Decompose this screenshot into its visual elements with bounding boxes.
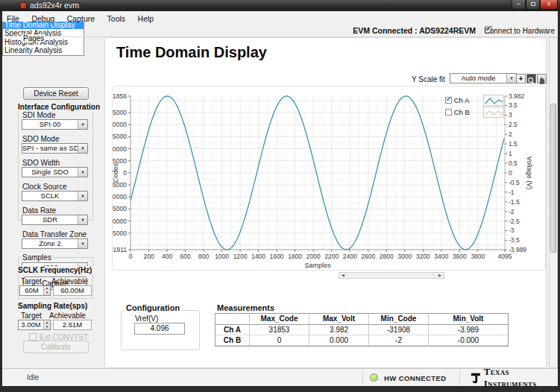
svg-text:4095: 4095	[498, 253, 512, 260]
svg-text:Voltage (V): Voltage (V)	[526, 157, 533, 190]
evm-connected-status: EVM Connected : ADS9224REVM	[353, 26, 476, 35]
chevron-down-icon: ▼	[78, 144, 87, 153]
svg-text:3200: 3200	[416, 253, 430, 260]
svg-text:10000: 10000	[113, 145, 127, 153]
scroll-right-icon[interactable]: ▶	[436, 273, 444, 278]
ch-a-max-code: 31853	[250, 325, 309, 335]
titlebar[interactable]: ads92x4r evm – ×	[0, 0, 560, 11]
connect-hardware-label: Connect to Hardware	[485, 27, 556, 35]
sdo-width-dropdown[interactable]: Single SDO▼	[22, 167, 88, 177]
sdo-mode-dropdown[interactable]: SPI - same as SDI▼	[22, 143, 88, 154]
svg-text:2200: 2200	[324, 253, 339, 260]
col-header-blank	[215, 314, 250, 325]
ch-b-line-swatch	[483, 107, 504, 118]
clock-source-dropdown[interactable]: SCLK▼	[22, 191, 88, 201]
svg-text:-0.5: -0.5	[509, 179, 520, 186]
page-title: Time Domain Display	[116, 44, 267, 61]
clock-source-label: Clock Source	[22, 183, 66, 191]
measurements-title: Measurements	[215, 303, 276, 312]
sampling-rate-title: Sampling Rate(sps)	[16, 302, 89, 310]
svg-text:-31911: -31911	[113, 246, 127, 253]
crosshair-icon: +	[519, 75, 523, 83]
y-scale-fit-dropdown[interactable]: Auto mode▼	[450, 73, 517, 83]
sampling-target-spinner[interactable]: 3.00M ▲▼	[18, 320, 51, 330]
sdi-mode-dropdown[interactable]: SPI 00▼	[22, 119, 88, 130]
app-icon	[20, 2, 27, 9]
data-rate-dropdown[interactable]: SDR▼	[22, 215, 88, 225]
legend-ch-a: ✓ Ch A	[445, 96, 469, 107]
svg-text:1200: 1200	[233, 253, 248, 260]
spin-down-icon[interactable]: ▼	[44, 291, 50, 295]
device-reset-button[interactable]: Device Reset	[23, 87, 89, 100]
time-domain-chart[interactable]: 318562500020000150001000050000-5000-1000…	[112, 86, 546, 271]
svg-text:15000: 15000	[113, 133, 127, 140]
svg-text:-25000: -25000	[113, 230, 127, 237]
svg-text:2: 2	[509, 130, 512, 138]
ch-b-checkbox[interactable]	[445, 109, 452, 116]
calibrate-button[interactable]: Calibrate	[23, 341, 89, 353]
svg-text:-20000: -20000	[113, 218, 127, 225]
status-text: Idle	[27, 373, 39, 382]
svg-text:0: 0	[509, 169, 512, 177]
info-strip: EVM Connected : ADS9224REVM ✓ Connect to…	[2, 22, 558, 37]
sclk-target-label: Target	[21, 277, 42, 285]
ch-a-checkbox[interactable]: ✓	[445, 97, 452, 104]
svg-text:-3: -3	[509, 227, 515, 234]
svg-text:Codes: Codes	[113, 162, 119, 183]
data-transfer-zone-dropdown[interactable]: Zone 2▼	[22, 238, 88, 249]
svg-text:-1: -1	[509, 189, 515, 196]
data-rate-label: Data Rate	[22, 206, 56, 215]
hw-connected-label: HW CONNECTED	[384, 374, 446, 382]
data-transfer-zone-label: Data Transfer Zone	[22, 230, 86, 238]
col-header-min-code: Min_Code	[369, 314, 429, 325]
ext-convtst-checkbox[interactable]	[29, 333, 37, 341]
svg-text:1800: 1800	[288, 253, 302, 260]
ch-a-min-code: -31908	[369, 325, 429, 335]
svg-text:2000: 2000	[306, 253, 321, 260]
maximize-button[interactable]	[526, 0, 540, 10]
col-header-max-volt: Max_Volt	[309, 314, 369, 325]
sclk-target-spinner[interactable]: 60M ▲▼	[19, 285, 51, 296]
window-body: File Debug Capture Tools Help EVM Connec…	[2, 11, 558, 386]
sdo-width-label: SDO Width	[22, 159, 60, 167]
row-ch-b-label: Ch B	[215, 335, 250, 346]
scrollbar-thumb[interactable]	[550, 104, 556, 253]
zoom-tool-button[interactable]	[526, 74, 536, 83]
minimize-button[interactable]: –	[512, 0, 526, 10]
pan-tool-button[interactable]	[537, 74, 547, 83]
main-v-scrollbar[interactable]	[549, 37, 558, 368]
col-header-min-volt: Min_Volt	[429, 314, 508, 325]
svg-text:-1.5: -1.5	[509, 198, 520, 206]
svg-text:3400: 3400	[434, 253, 448, 260]
svg-text:3: 3	[509, 111, 512, 118]
pages-group-label: Pages	[22, 34, 45, 42]
svg-text:1.5: 1.5	[509, 140, 517, 148]
spin-down-icon[interactable]: ▼	[44, 325, 50, 329]
legend-ch-b: Ch B	[445, 108, 470, 118]
svg-text:400: 400	[162, 253, 172, 260]
chart-h-scrollbar[interactable]: ◀ ▶	[339, 272, 444, 279]
sidebar-item-linearity-analysis[interactable]: Linearity Analysis	[3, 46, 84, 55]
interface-config-title: Interface Configuration	[16, 103, 101, 111]
close-button[interactable]: ×	[540, 0, 558, 10]
svg-text:2600: 2600	[361, 253, 375, 260]
main-panel: Time Domain Display Y Scale fit Auto mod…	[104, 37, 547, 368]
ch-b-max-volt: 0.000	[309, 335, 369, 346]
svg-text:3800: 3800	[471, 253, 485, 260]
vref-input[interactable]: 4.096	[134, 323, 185, 335]
scroll-left-icon[interactable]: ◀	[339, 273, 347, 278]
ti-bug-icon	[471, 372, 481, 385]
chevron-down-icon: ▼	[78, 192, 87, 200]
samples-label: Samples	[21, 253, 53, 262]
app-window: ads92x4r evm – × File Debug Capture Tool…	[0, 0, 560, 392]
ch-b-max-code: 0	[250, 335, 309, 346]
sampling-achievable-value: 2.61M	[53, 320, 92, 330]
cursor-tool-button[interactable]: +	[516, 74, 526, 83]
ch-a-max-volt: 3.982	[309, 325, 369, 335]
svg-text:1000: 1000	[215, 253, 229, 260]
statusbar: Idle HW CONNECTED Texas Instruments	[2, 368, 558, 386]
configuration-title: Configuration	[125, 303, 181, 312]
sdo-mode-label: SDO Mode	[22, 135, 59, 143]
ch-b-min-volt: -0.000	[429, 335, 508, 346]
svg-text:0: 0	[123, 169, 127, 177]
